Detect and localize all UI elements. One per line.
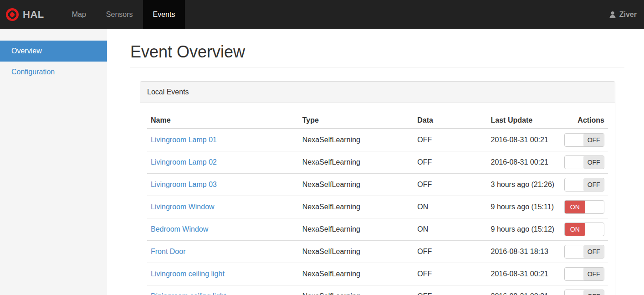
- event-type: NexaSelfLearning: [299, 196, 414, 218]
- table-header-row: Name Type Data Last Update Actions: [147, 110, 608, 129]
- brand-label: HAL: [23, 9, 44, 21]
- event-type: NexaSelfLearning: [299, 241, 414, 263]
- event-type: NexaSelfLearning: [299, 129, 414, 151]
- column-header-data: Data: [414, 110, 487, 129]
- event-type: NexaSelfLearning: [299, 263, 414, 285]
- event-last-update: 9 hours ago (15:12): [487, 218, 561, 241]
- toggle-state-label: OFF: [583, 178, 604, 191]
- column-header-actions: Actions: [561, 110, 608, 129]
- event-data: OFF: [414, 285, 487, 295]
- panel-title: Local Events: [140, 82, 615, 103]
- sidebar-item-overview[interactable]: Overview: [0, 41, 107, 62]
- event-last-update: 2016-08-31 18:13: [487, 241, 561, 263]
- event-data: OFF: [414, 151, 487, 174]
- toggle-switch[interactable]: OFF: [564, 155, 604, 169]
- event-name-link[interactable]: Front Door: [151, 248, 185, 255]
- table-row: Livingroom ceiling light NexaSelfLearnin…: [147, 263, 608, 285]
- target-logo-icon: [6, 8, 19, 21]
- nav-item-map[interactable]: Map: [62, 0, 96, 29]
- event-data: OFF: [414, 241, 487, 263]
- toggle-switch[interactable]: OFF: [564, 133, 604, 147]
- event-data: ON: [414, 196, 487, 218]
- table-row: Bedroom Window NexaSelfLearning ON 9 hou…: [147, 218, 608, 241]
- table-row: Livingroom Lamp 03 NexaSelfLearning OFF …: [147, 174, 608, 196]
- event-type: NexaSelfLearning: [299, 174, 414, 196]
- toggle-state-label: ON: [565, 223, 585, 236]
- user-menu[interactable]: Ziver: [601, 0, 644, 29]
- nav-item-events[interactable]: Events: [143, 0, 185, 29]
- toggle-switch[interactable]: OFF: [564, 267, 604, 281]
- event-name-link[interactable]: Livingroom Lamp 03: [151, 181, 217, 188]
- toggle-switch[interactable]: OFF: [564, 290, 604, 295]
- event-name-link[interactable]: Bedroom Window: [151, 225, 208, 233]
- table-row: Livingroom Lamp 01 NexaSelfLearning OFF …: [147, 129, 608, 151]
- toggle-switch[interactable]: ON: [564, 223, 604, 236]
- toggle-state-label: OFF: [583, 290, 604, 295]
- event-name-link[interactable]: Livingroom Lamp 02: [151, 158, 217, 166]
- event-last-update: 2016-08-31 00:21: [487, 263, 561, 285]
- table-row: Livingroom Lamp 02 NexaSelfLearning OFF …: [147, 151, 608, 174]
- event-data: OFF: [414, 174, 487, 196]
- column-header-type: Type: [299, 110, 414, 129]
- user-name: Ziver: [619, 10, 637, 19]
- nav-item-sensors[interactable]: Sensors: [96, 0, 143, 29]
- table-row: Diningroom ceiling light NexaSelfLearnin…: [147, 285, 608, 295]
- table-row: Livingroom Window NexaSelfLearning ON 9 …: [147, 196, 608, 218]
- event-name-link[interactable]: Livingroom Lamp 01: [151, 136, 217, 144]
- toggle-state-label: OFF: [583, 268, 604, 280]
- toggle-switch[interactable]: OFF: [564, 245, 604, 259]
- toggle-state-label: ON: [565, 201, 585, 213]
- user-icon: [608, 10, 617, 19]
- page-title: Event Overview: [130, 42, 624, 67]
- sidebar: Overview Configuration: [0, 29, 107, 295]
- event-last-update: 9 hours ago (15:11): [487, 196, 561, 218]
- event-data: ON: [414, 218, 487, 241]
- events-table: Name Type Data Last Update Actions Livin…: [147, 110, 608, 295]
- event-last-update: 2016-08-31 00:21: [487, 151, 561, 174]
- navbar-menu: Map Sensors Events: [62, 0, 185, 29]
- main-content: Event Overview Local Events Name Type Da…: [107, 29, 644, 295]
- event-type: NexaSelfLearning: [299, 285, 414, 295]
- table-row: Front Door NexaSelfLearning OFF 2016-08-…: [147, 241, 608, 263]
- event-name-link[interactable]: Livingroom ceiling light: [151, 270, 225, 278]
- panel-body: Name Type Data Last Update Actions Livin…: [140, 103, 615, 295]
- column-header-name: Name: [147, 110, 299, 129]
- toggle-switch[interactable]: ON: [564, 200, 604, 214]
- toggle-switch[interactable]: OFF: [564, 178, 604, 191]
- event-last-update: 3 hours ago (21:26): [487, 174, 561, 196]
- event-type: NexaSelfLearning: [299, 218, 414, 241]
- event-last-update: 2016-08-31 00:21: [487, 285, 561, 295]
- event-data: OFF: [414, 129, 487, 151]
- sidebar-item-configuration[interactable]: Configuration: [0, 62, 107, 83]
- event-name-link[interactable]: Diningroom ceiling light: [151, 292, 226, 295]
- toggle-state-label: OFF: [583, 134, 604, 146]
- event-last-update: 2016-08-31 00:21: [487, 129, 561, 151]
- local-events-panel: Local Events Name Type Data Last Update …: [140, 81, 615, 295]
- toggle-state-label: OFF: [583, 245, 604, 258]
- top-navbar: HAL Map Sensors Events Ziver: [0, 0, 644, 29]
- toggle-state-label: OFF: [583, 156, 604, 169]
- brand[interactable]: HAL: [0, 0, 51, 29]
- event-data: OFF: [414, 263, 487, 285]
- event-name-link[interactable]: Livingroom Window: [151, 203, 215, 211]
- event-type: NexaSelfLearning: [299, 151, 414, 174]
- column-header-last-update: Last Update: [487, 110, 561, 129]
